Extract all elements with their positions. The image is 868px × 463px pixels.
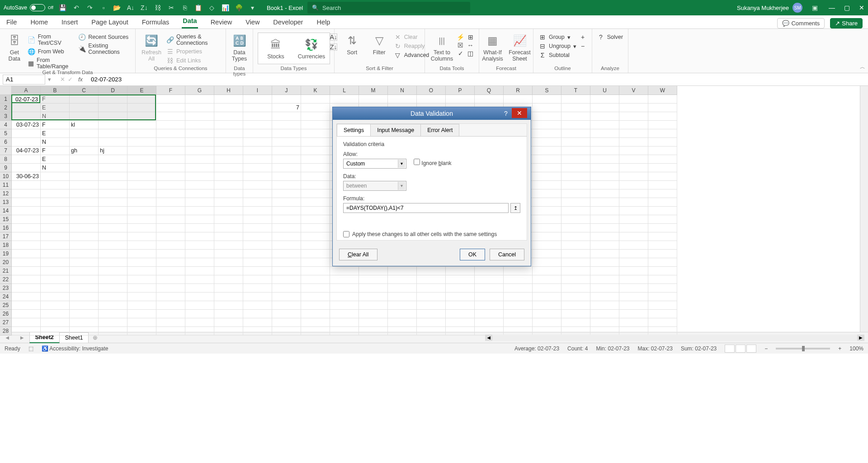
cell[interactable]: [590, 112, 619, 121]
cell[interactable]: [243, 293, 272, 301]
column-header[interactable]: R: [504, 86, 533, 95]
cell[interactable]: [359, 267, 388, 275]
cell[interactable]: [99, 121, 127, 129]
cell[interactable]: [590, 104, 619, 112]
data-model-icon[interactable]: ◫: [467, 50, 474, 57]
cell[interactable]: [99, 129, 127, 138]
cell[interactable]: 03-07-23: [12, 121, 41, 129]
cell[interactable]: [533, 284, 561, 293]
ok-button[interactable]: OK: [460, 249, 485, 260]
column-header[interactable]: P: [446, 86, 475, 95]
cell[interactable]: [214, 275, 243, 284]
cell[interactable]: [214, 104, 243, 112]
cell[interactable]: [590, 293, 619, 301]
cell[interactable]: [619, 189, 648, 198]
cell[interactable]: [359, 310, 388, 318]
cell[interactable]: [185, 301, 214, 310]
currencies-button[interactable]: 💱Currencies: [299, 37, 324, 61]
minimize-icon[interactable]: —: [829, 4, 835, 11]
cell[interactable]: [359, 293, 388, 301]
cell[interactable]: [533, 258, 561, 267]
cell[interactable]: [533, 172, 561, 181]
cell[interactable]: [301, 121, 330, 129]
cell[interactable]: [272, 181, 301, 189]
cell[interactable]: [12, 189, 41, 198]
cell[interactable]: [70, 129, 99, 138]
cell[interactable]: [12, 207, 41, 215]
zoom-level[interactable]: 100%: [849, 345, 863, 352]
cell[interactable]: [214, 241, 243, 250]
cell[interactable]: [619, 138, 648, 146]
cell[interactable]: [359, 327, 388, 335]
cell[interactable]: [12, 112, 41, 121]
cell[interactable]: [417, 267, 446, 275]
cell[interactable]: [330, 284, 359, 293]
cell[interactable]: [533, 198, 561, 207]
cell[interactable]: [12, 155, 41, 164]
cell[interactable]: [12, 241, 41, 250]
row-header[interactable]: 15: [0, 215, 12, 224]
cell[interactable]: [590, 172, 619, 181]
row-header[interactable]: 3: [0, 112, 12, 121]
cell[interactable]: [619, 95, 648, 104]
cell[interactable]: [12, 258, 41, 267]
cell[interactable]: [127, 215, 156, 224]
column-header[interactable]: N: [388, 86, 417, 95]
cell[interactable]: [417, 318, 446, 327]
cell[interactable]: [590, 121, 619, 129]
cell[interactable]: [41, 275, 70, 284]
tab-help[interactable]: Help: [316, 16, 331, 28]
cell[interactable]: [533, 121, 561, 129]
enter-formula-icon[interactable]: ✓: [68, 76, 73, 83]
cell[interactable]: [417, 301, 446, 310]
row-header[interactable]: 6: [0, 138, 12, 146]
cell[interactable]: [619, 164, 648, 172]
cell[interactable]: [185, 95, 214, 104]
from-web-button[interactable]: 🌐From Web: [28, 48, 76, 55]
hide-detail-icon[interactable]: −: [579, 43, 586, 50]
clear-all-button[interactable]: Clear All: [339, 249, 377, 260]
cell[interactable]: [648, 104, 677, 112]
refresh-all-button[interactable]: 🔄Refresh All: [139, 33, 164, 63]
cell[interactable]: [70, 164, 99, 172]
cell[interactable]: [214, 155, 243, 164]
dialog-tab-settings[interactable]: Settings: [337, 124, 371, 136]
cell[interactable]: [301, 275, 330, 284]
cell[interactable]: [561, 104, 590, 112]
cell[interactable]: [243, 189, 272, 198]
cell[interactable]: [70, 293, 99, 301]
cell[interactable]: [475, 301, 504, 310]
cell[interactable]: [99, 318, 127, 327]
cell[interactable]: [185, 155, 214, 164]
cell[interactable]: [12, 215, 41, 224]
dialog-help-icon[interactable]: ?: [501, 109, 511, 118]
cell[interactable]: [243, 301, 272, 310]
autosave-toggle[interactable]: AutoSave Off: [4, 4, 53, 11]
cell[interactable]: [156, 207, 185, 215]
collapse-ribbon-icon[interactable]: ︿: [860, 63, 865, 71]
cell[interactable]: [590, 181, 619, 189]
cell[interactable]: [504, 293, 533, 301]
cell[interactable]: [590, 267, 619, 275]
maximize-icon[interactable]: ▢: [844, 4, 850, 11]
cell[interactable]: [41, 310, 70, 318]
qat-more-icon[interactable]: ▾: [248, 3, 258, 13]
cell[interactable]: [301, 224, 330, 232]
cell[interactable]: [272, 189, 301, 198]
normal-view-icon[interactable]: [725, 345, 735, 353]
cell[interactable]: [648, 215, 677, 224]
cell[interactable]: [214, 112, 243, 121]
cell[interactable]: [156, 293, 185, 301]
cell[interactable]: [446, 95, 475, 104]
cell[interactable]: [561, 215, 590, 224]
cell[interactable]: [272, 258, 301, 267]
cell[interactable]: [41, 224, 70, 232]
cell[interactable]: [99, 198, 127, 207]
row-header[interactable]: 2: [0, 104, 12, 112]
cell[interactable]: gh: [70, 146, 99, 155]
column-header[interactable]: Q: [475, 86, 504, 95]
cell[interactable]: [648, 146, 677, 155]
cell[interactable]: [70, 250, 99, 258]
cell[interactable]: [533, 301, 561, 310]
cell[interactable]: [272, 164, 301, 172]
